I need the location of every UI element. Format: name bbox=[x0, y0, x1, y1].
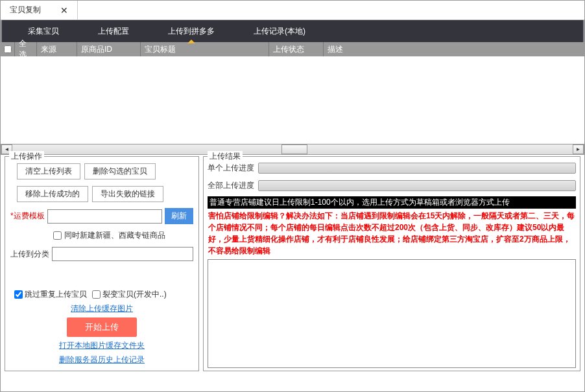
main-area: 上传操作 清空上传列表 删除勾选的宝贝 移除上传成功的 导出失败的链接 *运费模… bbox=[1, 155, 584, 375]
nav-collect[interactable]: 采集宝贝 bbox=[8, 20, 78, 42]
right-panel-title: 上传结果 bbox=[208, 151, 243, 162]
total-progress-bar bbox=[258, 180, 576, 191]
xinjiang-label: 同时新建新疆、西藏专链商品 bbox=[64, 230, 165, 241]
split-item-checkbox[interactable] bbox=[92, 290, 101, 299]
xinjiang-checkbox[interactable] bbox=[53, 231, 62, 240]
clear-cache-link[interactable]: 清除上传缓存图片 bbox=[71, 303, 133, 314]
nav-upload-config[interactable]: 上传配置 bbox=[78, 20, 149, 42]
category-input[interactable] bbox=[52, 247, 193, 261]
table-body bbox=[1, 56, 584, 144]
black-notice: 普通专营店铺建议日上传限制1-100个以内，选用上传方式为草稿箱或者浏览器方式上… bbox=[208, 196, 576, 209]
clear-list-button[interactable]: 清空上传列表 bbox=[17, 163, 80, 179]
th-selectall[interactable]: 全选 bbox=[15, 42, 37, 56]
th-desc[interactable]: 描述 bbox=[324, 42, 584, 56]
close-icon[interactable]: ✕ bbox=[60, 5, 68, 16]
red-notice: 害怕店铺给限制编辑？解决办法如下：当店铺遇到限制编辑会在15天内解除，一般隔天或… bbox=[208, 209, 576, 258]
th-status[interactable]: 上传状态 bbox=[269, 42, 324, 56]
freight-label: *运费模板 bbox=[10, 211, 45, 222]
skip-duplicate-label: 跳过重复上传宝贝 bbox=[25, 289, 87, 300]
left-panel-title: 上传操作 bbox=[9, 151, 44, 162]
single-progress-label: 单个上传进度 bbox=[208, 163, 254, 174]
refresh-button[interactable]: 刷新 bbox=[165, 208, 193, 224]
upload-result-panel: 上传结果 单个上传进度 全部上传进度 普通专营店铺建议日上传限制1-100个以内… bbox=[203, 156, 580, 371]
table-header: 全选 来源 原商品ID 宝贝标题 上传状态 描述 bbox=[1, 42, 584, 56]
th-source[interactable]: 来源 bbox=[37, 42, 77, 56]
window-tab[interactable]: 宝贝复制 ✕ bbox=[1, 1, 78, 20]
single-progress-bar bbox=[258, 163, 576, 174]
scroll-thumb[interactable] bbox=[281, 144, 307, 154]
select-all-checkbox[interactable] bbox=[4, 45, 12, 53]
nav-bar: 采集宝贝 上传配置 上传到拼多多 上传记录(本地) bbox=[1, 20, 584, 42]
total-progress-label: 全部上传进度 bbox=[208, 180, 254, 191]
freight-template-select[interactable] bbox=[47, 209, 162, 224]
remove-success-button[interactable]: 移除上传成功的 bbox=[17, 186, 88, 202]
th-checkbox bbox=[1, 42, 15, 56]
scroll-right-icon[interactable]: ► bbox=[573, 144, 584, 154]
bottom-controls: 跳过重复上传宝贝 裂变宝贝(开发中..) 清除上传缓存图片 开始上传 打开本地图… bbox=[10, 289, 193, 365]
th-title[interactable]: 宝贝标题 bbox=[141, 42, 269, 56]
nav-upload-pdd[interactable]: 上传到拼多多 bbox=[149, 20, 234, 42]
split-item-label: 裂变宝贝(开发中..) bbox=[102, 289, 167, 300]
category-label: 上传到分类 bbox=[10, 249, 49, 260]
skip-duplicate-checkbox[interactable] bbox=[14, 290, 23, 299]
export-failed-button[interactable]: 导出失败的链接 bbox=[92, 186, 163, 202]
start-upload-button[interactable]: 开始上传 bbox=[67, 317, 137, 337]
result-output-box bbox=[208, 259, 576, 368]
horizontal-scrollbar[interactable]: ◄ ► bbox=[1, 144, 584, 155]
th-origid[interactable]: 原商品ID bbox=[77, 42, 141, 56]
open-local-folder-link[interactable]: 打开本地图片缓存文件夹 bbox=[59, 340, 145, 351]
nav-upload-log[interactable]: 上传记录(本地) bbox=[234, 20, 325, 42]
delete-history-link[interactable]: 删除服务器历史上传记录 bbox=[59, 354, 145, 365]
scroll-track[interactable] bbox=[12, 144, 573, 154]
delete-checked-button[interactable]: 删除勾选的宝贝 bbox=[84, 163, 156, 179]
upload-operations-panel: 上传操作 清空上传列表 删除勾选的宝贝 移除上传成功的 导出失败的链接 *运费模… bbox=[5, 156, 199, 371]
window-tab-bar: 宝贝复制 ✕ bbox=[1, 1, 584, 20]
tab-title: 宝贝复制 bbox=[10, 5, 41, 16]
